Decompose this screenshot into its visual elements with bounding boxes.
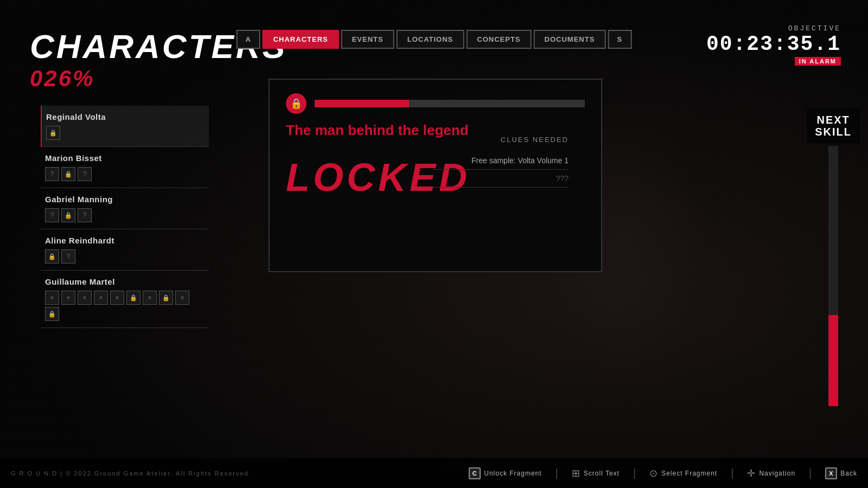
tab-documents[interactable]: DOCUMENTS (534, 30, 606, 49)
lock-icon: 🔒 (159, 291, 173, 305)
character-list: Reginald Volta 🔒 Marion Bisset ? 🔒 ? Gab… (41, 106, 209, 328)
control-label: Navigation (759, 470, 795, 477)
main-content: CHARACTERS 026% A CHARACTERS EVENTS LOCA… (0, 0, 868, 488)
objective-label: OBJECTIVE (706, 24, 841, 33)
lock-icon: 🔒 (45, 307, 59, 321)
question-icon: ? (78, 167, 92, 181)
clue-item-1: Free sample: Volta Volume 1 (433, 152, 569, 170)
control-unlock: C Unlock Fragment (469, 467, 541, 479)
card-header: 🔒 (286, 93, 585, 114)
bottom-controls: C Unlock Fragment | ⊞ Scroll Text | ⊙ Se… (469, 467, 857, 479)
lock-icon: 🔒 (126, 291, 141, 305)
tab-concepts[interactable]: CONCEPTS (466, 30, 531, 49)
clues-section: CLUES NEEDED Free sample: Volta Volume 1… (433, 136, 569, 188)
character-name: Aline Reindhardt (45, 236, 205, 245)
character-icons: ≡ ≡ ≡ ≡ ≡ 🔒 ≡ 🔒 ≡ 🔒 (45, 291, 205, 321)
timer-display: 00:23:35.1 (706, 33, 841, 56)
control-label: Scroll Text (584, 470, 620, 477)
character-icons: 🔒 ? (45, 249, 205, 264)
next-skill-label: NEXTSKILL (807, 108, 860, 143)
question-icon: ? (45, 167, 59, 181)
question-icon: ? (45, 208, 59, 222)
separator-2: | (633, 467, 636, 479)
objective-panel: OBJECTIVE 00:23:35.1 IN ALARM (706, 24, 841, 66)
separator-4: | (809, 467, 812, 479)
skill-bar (828, 146, 838, 406)
character-name: Guillaume Martel (45, 277, 205, 286)
alarm-badge: IN ALARM (795, 57, 841, 66)
character-detail-card: 🔒 The man behind the legend CLUES NEEDED… (269, 79, 602, 272)
character-item-aline[interactable]: Aline Reindhardt 🔒 ? (41, 229, 209, 271)
character-item-marion[interactable]: Marion Bisset ? 🔒 ? (41, 147, 209, 188)
control-scroll: ⊞ Scroll Text (572, 467, 620, 479)
next-skill-panel: NEXTSKILL (807, 108, 860, 406)
tab-events[interactable]: EVENTS (341, 30, 394, 49)
doc-icon: ≡ (94, 291, 108, 305)
character-icons: ? 🔒 ? (45, 208, 205, 222)
lock-icon: 🔒 (46, 126, 60, 140)
separator-1: | (556, 467, 558, 479)
nav-left-btn[interactable]: A (237, 30, 260, 49)
character-item-reginald[interactable]: Reginald Volta 🔒 (41, 106, 209, 147)
character-name: Marion Bisset (45, 153, 205, 163)
character-icons: 🔒 (46, 126, 205, 140)
control-back: X Back (825, 467, 857, 479)
doc-icon: ≡ (78, 291, 92, 305)
select-icon: ⊙ (649, 467, 658, 479)
doc-icon: ≡ (175, 291, 189, 305)
progress-bar (315, 100, 585, 107)
nav-icon: ✛ (747, 467, 756, 479)
top-navigation: A CHARACTERS EVENTS LOCATIONS CONCEPTS D… (237, 30, 632, 49)
character-item-guillaume[interactable]: Guillaume Martel ≡ ≡ ≡ ≡ ≡ 🔒 ≡ 🔒 ≡ 🔒 (41, 271, 209, 328)
character-name: Gabriel Manning (45, 195, 205, 204)
completion-percentage: 026% (30, 66, 287, 92)
tab-characters[interactable]: CHARACTERS (263, 30, 339, 49)
character-item-gabriel[interactable]: Gabriel Manning ? 🔒 ? (41, 188, 209, 229)
lock-icon: 🔒 (45, 249, 59, 264)
lock-icon: 🔒 (61, 208, 75, 222)
card-lock-icon: 🔒 (286, 93, 307, 114)
key-c: C (469, 467, 481, 479)
scroll-icon: ⊞ (572, 467, 580, 479)
character-icons: ? 🔒 ? (45, 167, 205, 181)
doc-icon: ≡ (110, 291, 124, 305)
control-label: Back (840, 470, 857, 477)
tab-locations[interactable]: LOCATIONS (397, 30, 464, 49)
control-select: ⊙ Select Fragment (649, 467, 717, 479)
clues-label: CLUES NEEDED (433, 136, 569, 144)
control-label: Select Fragment (661, 470, 717, 477)
doc-icon: ≡ (61, 291, 75, 305)
bottom-hud: G R O U N D | © 2022 Ground Game Atelier… (0, 458, 868, 488)
question-icon: ? (61, 249, 75, 264)
separator-3: | (731, 467, 733, 479)
character-name: Reginald Volta (46, 112, 205, 121)
doc-icon: ≡ (45, 291, 59, 305)
nav-right-btn[interactable]: S (608, 30, 631, 49)
key-x: X (825, 467, 837, 479)
control-label: Unlock Fragment (484, 470, 541, 477)
control-navigation: ✛ Navigation (747, 467, 795, 479)
copyright-text: G R O U N D | © 2022 Ground Game Atelier… (11, 470, 252, 477)
doc-icon: ≡ (143, 291, 157, 305)
skill-bar-fill (828, 315, 838, 406)
question-icon: ? (78, 208, 92, 222)
clue-item-2: ??? (433, 170, 569, 188)
lock-icon: 🔒 (61, 167, 75, 181)
progress-bar-fill (315, 100, 409, 107)
